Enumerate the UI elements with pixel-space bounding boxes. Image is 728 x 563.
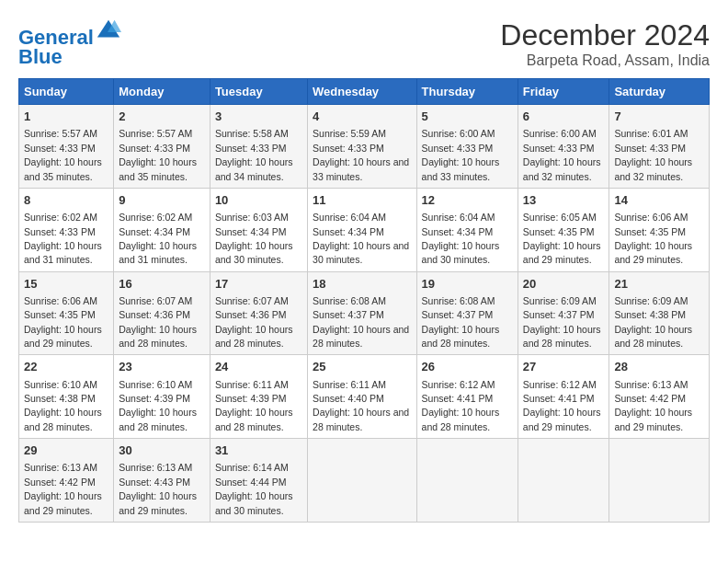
day-number: 22 <box>24 359 108 375</box>
day-number: 7 <box>614 109 704 125</box>
day-number: 28 <box>614 359 704 375</box>
day-info: Sunrise: 6:10 AMSunset: 4:38 PMDaylight:… <box>24 379 102 432</box>
calendar-cell: 2Sunrise: 5:57 AMSunset: 4:33 PMDaylight… <box>114 105 210 189</box>
calendar-cell <box>416 439 518 523</box>
calendar-cell: 17Sunrise: 6:07 AMSunset: 4:36 PMDayligh… <box>210 271 307 355</box>
day-number: 15 <box>24 276 108 293</box>
header-thursday: Thursday <box>416 79 518 105</box>
week-row-3: 15Sunrise: 6:06 AMSunset: 4:35 PMDayligh… <box>19 271 710 355</box>
day-info: Sunrise: 6:08 AMSunset: 4:37 PMDaylight:… <box>422 295 500 349</box>
day-number: 17 <box>215 276 302 293</box>
calendar-cell: 12Sunrise: 6:04 AMSunset: 4:34 PMDayligh… <box>416 188 518 271</box>
header-sunday: Sunday <box>19 79 114 105</box>
calendar-cell: 15Sunrise: 6:06 AMSunset: 4:35 PMDayligh… <box>19 271 114 355</box>
day-info: Sunrise: 6:09 AMSunset: 4:38 PMDaylight:… <box>614 295 692 349</box>
calendar-cell: 31Sunrise: 6:14 AMSunset: 4:44 PMDayligh… <box>210 439 307 523</box>
day-info: Sunrise: 6:13 AMSunset: 4:43 PMDaylight:… <box>119 462 197 515</box>
week-row-4: 22Sunrise: 6:10 AMSunset: 4:38 PMDayligh… <box>19 355 710 439</box>
logo: General Blue <box>18 18 121 69</box>
calendar-cell: 19Sunrise: 6:08 AMSunset: 4:37 PMDayligh… <box>416 271 518 355</box>
calendar-cell: 9Sunrise: 6:02 AMSunset: 4:34 PMDaylight… <box>114 188 210 271</box>
day-info: Sunrise: 6:04 AMSunset: 4:34 PMDaylight:… <box>422 212 500 265</box>
calendar-cell: 4Sunrise: 5:59 AMSunset: 4:33 PMDaylight… <box>308 105 416 189</box>
day-info: Sunrise: 6:05 AMSunset: 4:35 PMDaylight:… <box>523 212 601 265</box>
calendar-cell: 20Sunrise: 6:09 AMSunset: 4:37 PMDayligh… <box>518 271 609 355</box>
day-number: 1 <box>24 109 108 125</box>
calendar-cell <box>609 439 710 523</box>
day-number: 12 <box>422 192 513 209</box>
day-number: 26 <box>422 359 513 375</box>
title-block: December 2024 Barpeta Road, Assam, India <box>500 18 710 69</box>
calendar-cell: 6Sunrise: 6:00 AMSunset: 4:33 PMDaylight… <box>518 105 609 189</box>
day-number: 16 <box>119 276 205 293</box>
day-info: Sunrise: 6:09 AMSunset: 4:37 PMDaylight:… <box>523 295 601 349</box>
day-info: Sunrise: 6:00 AMSunset: 4:33 PMDaylight:… <box>523 128 601 181</box>
day-number: 27 <box>523 359 605 375</box>
day-number: 5 <box>422 109 513 125</box>
day-number: 8 <box>24 192 108 209</box>
day-number: 6 <box>523 109 605 125</box>
calendar-cell <box>518 439 609 523</box>
day-number: 29 <box>24 442 108 459</box>
day-info: Sunrise: 5:59 AMSunset: 4:33 PMDaylight:… <box>313 128 409 181</box>
day-info: Sunrise: 6:10 AMSunset: 4:39 PMDaylight:… <box>119 379 197 432</box>
day-info: Sunrise: 6:07 AMSunset: 4:36 PMDaylight:… <box>119 295 197 349</box>
calendar-cell: 29Sunrise: 6:13 AMSunset: 4:42 PMDayligh… <box>19 439 114 523</box>
day-number: 24 <box>215 359 302 375</box>
day-info: Sunrise: 5:57 AMSunset: 4:33 PMDaylight:… <box>119 128 197 181</box>
day-number: 9 <box>119 192 205 209</box>
week-row-1: 1Sunrise: 5:57 AMSunset: 4:33 PMDaylight… <box>19 105 710 189</box>
day-info: Sunrise: 6:13 AMSunset: 4:42 PMDaylight:… <box>24 462 102 515</box>
day-number: 18 <box>313 276 411 293</box>
day-info: Sunrise: 6:00 AMSunset: 4:33 PMDaylight:… <box>422 128 500 181</box>
day-info: Sunrise: 6:11 AMSunset: 4:40 PMDaylight:… <box>313 379 409 432</box>
calendar-cell: 14Sunrise: 6:06 AMSunset: 4:35 PMDayligh… <box>609 188 710 271</box>
day-number: 19 <box>422 276 513 293</box>
logo-icon <box>96 18 121 44</box>
calendar-cell: 26Sunrise: 6:12 AMSunset: 4:41 PMDayligh… <box>416 355 518 439</box>
calendar-cell: 24Sunrise: 6:11 AMSunset: 4:39 PMDayligh… <box>210 355 307 439</box>
day-info: Sunrise: 6:12 AMSunset: 4:41 PMDaylight:… <box>422 379 500 432</box>
subtitle: Barpeta Road, Assam, India <box>500 52 710 69</box>
calendar-cell: 25Sunrise: 6:11 AMSunset: 4:40 PMDayligh… <box>308 355 416 439</box>
calendar-cell: 21Sunrise: 6:09 AMSunset: 4:38 PMDayligh… <box>609 271 710 355</box>
page-header: General Blue December 2024 Barpeta Road,… <box>18 18 710 69</box>
header-friday: Friday <box>518 79 609 105</box>
day-info: Sunrise: 6:12 AMSunset: 4:41 PMDaylight:… <box>523 379 601 432</box>
day-info: Sunrise: 5:57 AMSunset: 4:33 PMDaylight:… <box>24 128 102 181</box>
day-info: Sunrise: 6:13 AMSunset: 4:42 PMDaylight:… <box>614 379 692 432</box>
calendar-body: 1Sunrise: 5:57 AMSunset: 4:33 PMDaylight… <box>19 105 710 523</box>
day-info: Sunrise: 5:58 AMSunset: 4:33 PMDaylight:… <box>215 128 293 181</box>
day-number: 20 <box>523 276 605 293</box>
day-number: 10 <box>215 192 302 209</box>
day-number: 25 <box>313 359 411 375</box>
week-row-2: 8Sunrise: 6:02 AMSunset: 4:33 PMDaylight… <box>19 188 710 271</box>
day-info: Sunrise: 6:11 AMSunset: 4:39 PMDaylight:… <box>215 379 293 432</box>
day-info: Sunrise: 6:08 AMSunset: 4:37 PMDaylight:… <box>313 295 409 349</box>
day-info: Sunrise: 6:01 AMSunset: 4:33 PMDaylight:… <box>614 128 692 181</box>
day-info: Sunrise: 6:02 AMSunset: 4:33 PMDaylight:… <box>24 212 102 265</box>
day-info: Sunrise: 6:04 AMSunset: 4:34 PMDaylight:… <box>313 212 409 265</box>
day-info: Sunrise: 6:06 AMSunset: 4:35 PMDaylight:… <box>24 295 102 349</box>
day-number: 11 <box>313 192 411 209</box>
calendar-cell: 28Sunrise: 6:13 AMSunset: 4:42 PMDayligh… <box>609 355 710 439</box>
main-title: December 2024 <box>500 18 710 52</box>
header-saturday: Saturday <box>609 79 710 105</box>
calendar-cell: 11Sunrise: 6:04 AMSunset: 4:34 PMDayligh… <box>308 188 416 271</box>
calendar-header-row: SundayMondayTuesdayWednesdayThursdayFrid… <box>19 79 710 105</box>
calendar-cell: 1Sunrise: 5:57 AMSunset: 4:33 PMDaylight… <box>19 105 114 189</box>
header-tuesday: Tuesday <box>210 79 307 105</box>
calendar-cell: 8Sunrise: 6:02 AMSunset: 4:33 PMDaylight… <box>19 188 114 271</box>
day-number: 23 <box>119 359 205 375</box>
calendar-cell: 18Sunrise: 6:08 AMSunset: 4:37 PMDayligh… <box>308 271 416 355</box>
day-number: 2 <box>119 109 205 125</box>
day-number: 21 <box>614 276 704 293</box>
day-info: Sunrise: 6:03 AMSunset: 4:34 PMDaylight:… <box>215 212 293 265</box>
calendar-cell: 23Sunrise: 6:10 AMSunset: 4:39 PMDayligh… <box>114 355 210 439</box>
day-number: 4 <box>313 109 411 125</box>
calendar-table: SundayMondayTuesdayWednesdayThursdayFrid… <box>18 78 710 523</box>
header-monday: Monday <box>114 79 210 105</box>
calendar-cell: 13Sunrise: 6:05 AMSunset: 4:35 PMDayligh… <box>518 188 609 271</box>
day-info: Sunrise: 6:06 AMSunset: 4:35 PMDaylight:… <box>614 212 692 265</box>
calendar-cell: 10Sunrise: 6:03 AMSunset: 4:34 PMDayligh… <box>210 188 307 271</box>
